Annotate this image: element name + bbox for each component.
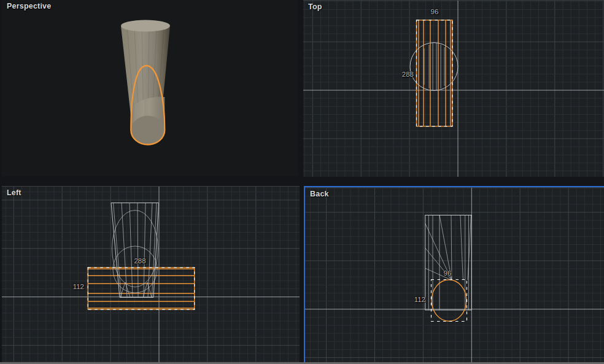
dimension-label-length: 288 — [398, 71, 414, 78]
top-view-scene — [303, 1, 604, 177]
dimension-label-height: 112 — [67, 283, 84, 290]
viewport-perspective[interactable]: Perspective — [2, 0, 298, 176]
selected-cylinder-wireframe[interactable] — [88, 268, 194, 310]
dimension-label-length: 288 — [131, 257, 149, 265]
viewport-label-back[interactable]: Back — [310, 190, 329, 198]
selected-cylinder-wireframe[interactable] — [432, 280, 467, 321]
selected-cylinder-wireframe[interactable] — [417, 20, 453, 126]
viewport-label-top[interactable]: Top — [308, 2, 322, 11]
dimension-label-width: 96 — [440, 269, 455, 277]
viewport-label-perspective[interactable]: Perspective — [7, 2, 51, 10]
viewport-quad-layout: Perspective — [0, 0, 604, 364]
left-view-scene — [2, 187, 300, 363]
viewport-back[interactable]: Back 96 112 — [305, 187, 604, 363]
dimension-label-height: 112 — [409, 296, 425, 303]
selection-marquee — [88, 268, 194, 310]
dimension-label-width: 96 — [427, 8, 442, 15]
grid — [303, 1, 604, 177]
viewport-label-left[interactable]: Left — [7, 188, 21, 197]
grid — [2, 187, 300, 363]
selection-marquee — [417, 20, 453, 126]
perspective-scene — [2, 0, 298, 176]
viewport-left[interactable]: Left 288 112 — [2, 186, 300, 363]
viewport-top[interactable]: Top 96 288 — [303, 0, 604, 177]
